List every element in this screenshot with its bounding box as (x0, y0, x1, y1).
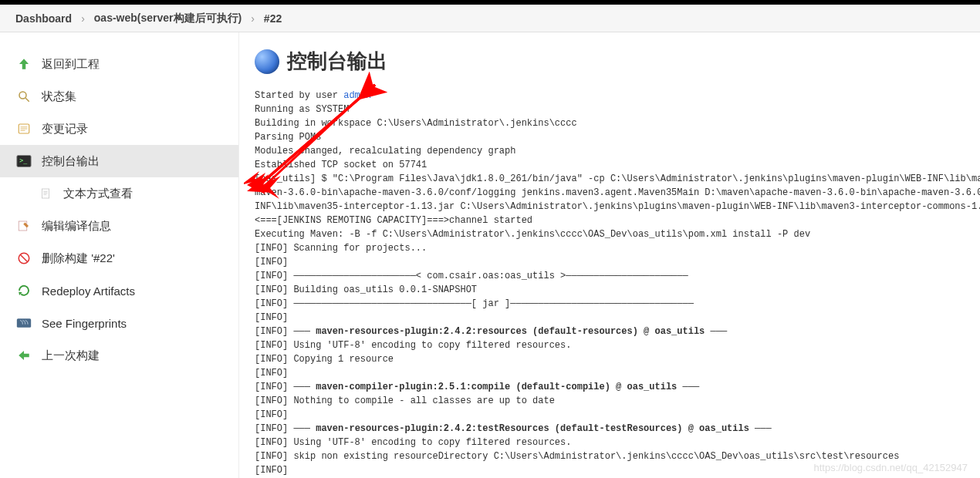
list-icon (15, 120, 32, 137)
sidebar-item-label: 变更记录 (42, 122, 88, 136)
console-line: [INFO] ──────────────────────< com.csair… (255, 269, 980, 283)
delete-icon (15, 250, 32, 267)
console-output: Started by user admin Running as SYSTEM … (255, 89, 980, 477)
console-line: Running as SYSTEM (255, 103, 980, 116)
breadcrumb: Dashboard › oas-web(server构建后可执行) › #22 (0, 5, 980, 32)
sidebar-item-edit[interactable]: 编辑编译信息 (0, 210, 238, 242)
sidebar-item-status[interactable]: 状态集 (0, 80, 238, 113)
console-line: [oas_utils] $ "C:\Program Files\Java\jdk… (255, 172, 980, 186)
redeploy-icon (15, 282, 32, 299)
console-plugin: maven-resources-plugin:2.4.2:resources (… (316, 326, 705, 337)
sidebar-item-plaintext[interactable]: 文本方式查看 (0, 177, 238, 210)
console-line: [INFO] (255, 255, 980, 269)
breadcrumb-job[interactable]: oas-web(server构建后可执行) (94, 12, 242, 25)
console-text: [INFO] ─── (255, 423, 316, 434)
console-line: [INFO] Using 'UTF-8' encoding to copy fi… (255, 338, 980, 352)
svg-line-14 (21, 255, 28, 262)
breadcrumb-sep: › (81, 12, 85, 25)
console-line: Modules changed, recalculating dependenc… (255, 144, 980, 158)
console-line: Building in workspace C:\Users\Administr… (255, 116, 980, 130)
svg-line-1 (25, 98, 29, 102)
svg-rect-15 (17, 318, 31, 328)
up-arrow-icon (15, 56, 32, 72)
console-plugin: maven-resources-plugin:2.4.2:testResourc… (316, 423, 749, 434)
console-line: Established TCP socket on 57741 (255, 158, 980, 172)
terminal-icon: >_ (15, 153, 32, 170)
left-arrow-icon (15, 347, 32, 364)
sidebar-item-redeploy[interactable]: Redeploy Artifacts (0, 274, 238, 307)
breadcrumb-dashboard[interactable]: Dashboard (15, 12, 72, 25)
sidebar-item-fingerprints[interactable]: See Fingerprints (0, 307, 238, 339)
page-title: 控制台输出 (255, 48, 980, 75)
console-line: Executing Maven: -B -f C:\Users\Administ… (255, 227, 980, 241)
console-line: [INFO] (255, 311, 980, 325)
console-line: maven-3.6.0-bin\apache-maven-3.6.0/conf/… (255, 186, 980, 200)
console-line: [INFO] Scanning for projects... (255, 241, 980, 255)
sidebar-item-label: 状态集 (42, 89, 76, 104)
search-icon (15, 88, 32, 105)
console-text: ─── (677, 382, 699, 392)
sidebar-item-changes[interactable]: 变更记录 (0, 113, 238, 145)
console-line: INF\lib\maven35-interceptor-1.13.jar C:\… (255, 200, 980, 214)
breadcrumb-sep: › (251, 12, 255, 25)
sidebar-item-label: 文本方式查看 (63, 187, 133, 201)
page-title-text: 控制台输出 (287, 48, 387, 75)
edit-icon (15, 217, 32, 234)
watermark: https://blog.csdn.net/qq_42152947 (814, 462, 968, 473)
console-user-link[interactable]: admin (343, 90, 371, 101)
console-line: [INFO] (255, 408, 980, 422)
sidebar-item-label: 返回到工程 (42, 57, 100, 72)
fingerprint-icon (15, 315, 32, 332)
console-line: [INFO] Nothing to compile - all classes … (255, 394, 980, 408)
console-text: ─── (705, 326, 727, 337)
build-status-ball-icon (255, 49, 279, 74)
console-line: [INFO] (255, 366, 980, 380)
console-line: [INFO] Building oas_utils 0.0.1-SNAPSHOT (255, 283, 980, 297)
sidebar-item-label: 编辑编译信息 (42, 219, 111, 234)
svg-point-0 (19, 92, 26, 99)
console-line: Parsing POMs (255, 130, 980, 144)
sidebar-item-label: 控制台输出 (42, 154, 100, 169)
console-text: ─── (749, 423, 772, 434)
console-plugin: maven-compiler-plugin:2.5.1:compile (def… (316, 382, 677, 392)
main-panel: 控制台输出 Started by user admin Running as S… (239, 32, 980, 478)
breadcrumb-build[interactable]: #22 (264, 12, 282, 25)
sidebar-item-back[interactable]: 返回到工程 (0, 48, 238, 80)
document-icon (37, 185, 54, 202)
sidebar-item-label: 上一次构建 (42, 348, 100, 363)
console-line: [INFO] Copying 1 resource (255, 352, 980, 366)
sidebar-item-previous[interactable]: 上一次构建 (0, 339, 238, 372)
sidebar-item-console[interactable]: >_ 控制台输出 (0, 145, 238, 177)
sidebar: 返回到工程 状态集 变更记录 >_ 控制台输出 文本方式查看 (0, 32, 239, 478)
console-text: Started by user (255, 90, 343, 101)
sidebar-item-delete[interactable]: 删除构建 '#22' (0, 242, 238, 274)
svg-rect-8 (42, 189, 49, 198)
console-line: <===[JENKINS REMOTING CAPACITY]===>chann… (255, 214, 980, 227)
console-text: [INFO] ─── (255, 382, 316, 392)
sidebar-item-label: Redeploy Artifacts (42, 284, 135, 298)
console-text: [INFO] ─── (255, 326, 316, 337)
svg-text:>_: >_ (19, 157, 28, 165)
sidebar-item-label: 删除构建 '#22' (42, 251, 115, 266)
console-line: [INFO] ────────────────────────────────[… (255, 297, 980, 311)
console-line: [INFO] Using 'UTF-8' encoding to copy fi… (255, 436, 980, 449)
sidebar-item-label: See Fingerprints (42, 317, 127, 330)
